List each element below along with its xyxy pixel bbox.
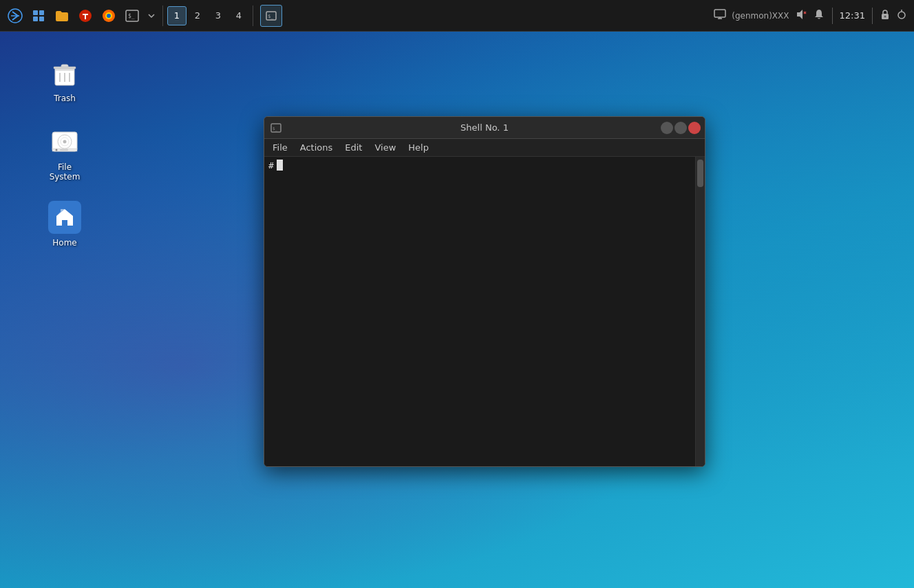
home-desktop-icon[interactable]: Home [37, 197, 92, 252]
taskbar: $_ 1 2 3 4 $_ [0, 0, 914, 32]
taskbar-left: $_ 1 2 3 4 $_ [0, 5, 286, 27]
trash-desktop-icon[interactable]: Trash [37, 52, 92, 107]
mute-icon[interactable] [795, 8, 807, 23]
svg-point-20 [898, 12, 905, 19]
svg-text:$_: $_ [128, 13, 135, 19]
filesystem-label: File System [41, 162, 88, 182]
redhat-taskbar-icon[interactable] [74, 5, 96, 27]
minimize-button[interactable]: — [661, 122, 673, 134]
scrollbar-thumb[interactable] [697, 160, 703, 187]
menu-help[interactable]: Help [403, 141, 434, 154]
files-taskbar-icon[interactable] [28, 5, 50, 27]
svg-point-8 [107, 14, 111, 18]
terminal-text-area[interactable]: # [264, 157, 695, 466]
folder-taskbar-icon[interactable] [51, 5, 73, 27]
system-tray: (genmon)XXX 12:31 [707, 8, 914, 24]
tray-sep-1 [832, 8, 833, 24]
svg-rect-3 [33, 17, 38, 21]
svg-point-32 [63, 140, 67, 144]
kali-launcher-icon[interactable] [4, 5, 26, 27]
svg-rect-2 [39, 10, 44, 15]
workspace-1-btn[interactable]: 1 [167, 6, 187, 25]
menu-actions[interactable]: Actions [295, 141, 339, 154]
terminal-task-button[interactable]: $_ [260, 5, 282, 27]
taskbar-separator-2 [253, 6, 253, 26]
workspace-4-btn[interactable]: 4 [229, 6, 248, 25]
home-icon-image [48, 201, 81, 234]
svg-rect-35 [60, 149, 68, 151]
terminal-taskbar-icon[interactable]: $_ [121, 5, 143, 27]
tray-sep-2 [872, 8, 873, 24]
display-icon [714, 8, 726, 23]
menu-view[interactable]: View [369, 141, 401, 154]
terminal-prompt-line: # [268, 160, 691, 171]
menu-file[interactable]: File [267, 141, 293, 154]
close-button[interactable]: ✕ [688, 122, 701, 134]
svg-text:$_: $_ [273, 126, 278, 131]
workspace-2-btn[interactable]: 2 [188, 6, 207, 25]
taskbar-separator-1 [162, 6, 163, 26]
firefox-taskbar-icon[interactable] [98, 5, 120, 27]
workspace-3-btn[interactable]: 3 [209, 6, 228, 25]
scrollbar-track [696, 157, 705, 466]
genmon-text: (genmon)XXX [732, 11, 789, 21]
clock-time: 12:31 [840, 10, 865, 21]
terminal-window-title: Shell No. 1 [460, 122, 509, 133]
workspace-switcher: 1 2 3 4 [167, 6, 248, 25]
lock-icon[interactable] [880, 9, 891, 22]
filesystem-icon-image [48, 125, 81, 158]
terminal-content[interactable]: # [264, 157, 705, 466]
maximize-button[interactable]: □ [674, 122, 687, 134]
svg-point-19 [884, 16, 886, 18]
svg-point-34 [56, 149, 58, 151]
svg-rect-28 [54, 67, 76, 69]
home-label: Home [52, 238, 76, 248]
desktop-area: Trash File System [0, 32, 914, 588]
menu-edit[interactable]: Edit [339, 141, 368, 154]
svg-rect-1 [33, 10, 38, 15]
terminal-menubar: File Actions Edit View Help [264, 139, 705, 157]
filesystem-desktop-icon[interactable]: File System [37, 121, 92, 186]
terminal-title-icon: $_ [270, 122, 282, 134]
terminal-titlebar: $_ Shell No. 1 — □ ✕ [264, 117, 705, 139]
svg-rect-13 [714, 10, 725, 17]
terminal-cursor [277, 160, 283, 171]
prompt-hash: # [268, 160, 274, 171]
terminal-scrollbar[interactable] [695, 157, 705, 466]
svg-rect-4 [39, 17, 44, 21]
trash-label: Trash [54, 94, 76, 103]
power-icon[interactable] [896, 9, 907, 22]
apps-dropdown-icon[interactable] [145, 5, 158, 27]
trash-icon-image [48, 56, 81, 89]
svg-text:$_: $_ [268, 14, 274, 19]
window-controls: — □ ✕ [661, 122, 701, 134]
notification-bell-icon[interactable] [813, 8, 825, 23]
terminal-window: $_ Shell No. 1 — □ ✕ File Actions Edit V… [264, 116, 705, 467]
